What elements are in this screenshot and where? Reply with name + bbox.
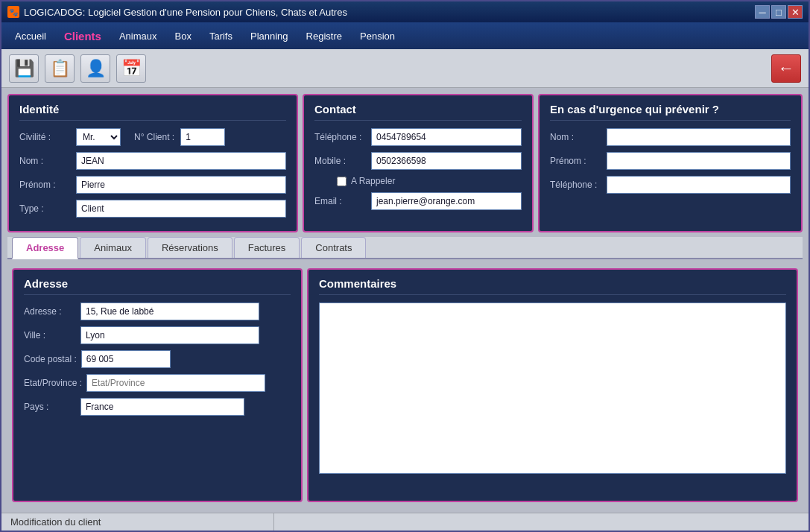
close-icon: ✕ xyxy=(791,7,800,18)
ville-label: Ville : xyxy=(24,330,76,341)
ville-input[interactable] xyxy=(80,326,259,344)
tab-adresse[interactable]: Adresse xyxy=(12,237,78,259)
contact-title: Contact xyxy=(314,103,522,121)
civilite-controls: Mr. Mme. Mlle. N° Client : xyxy=(76,128,225,146)
user-button[interactable]: 👤 xyxy=(80,54,110,83)
maximize-icon: □ xyxy=(776,7,782,18)
new-icon: 📋 xyxy=(50,59,70,78)
prenom-input[interactable] xyxy=(76,176,286,194)
adresse-label: Adresse : xyxy=(24,306,76,317)
identity-card: Identité Civilité : Mr. Mme. Mlle. N° Cl… xyxy=(7,94,298,232)
emergency-prenom-input[interactable] xyxy=(607,152,791,170)
tab-reservations[interactable]: Réservations xyxy=(148,237,232,258)
nom-row: Nom : xyxy=(19,152,286,170)
comments-card: Commentaires xyxy=(307,268,798,502)
calendar-icon: 📅 xyxy=(121,59,142,78)
nclient-label: N° Client : xyxy=(134,132,174,142)
comments-title: Commentaires xyxy=(319,277,786,295)
statusbar: Modification du client xyxy=(1,513,809,531)
emergency-title: En cas d'urgence qui prévenir ? xyxy=(550,103,791,121)
adresse-input[interactable] xyxy=(80,303,259,320)
menubar: Accueil Clients Animaux Box Tarifs Plann… xyxy=(1,22,809,49)
adresse-row: Adresse : xyxy=(24,303,291,320)
user-icon: 👤 xyxy=(86,59,106,78)
emergency-prenom-row: Prénom : xyxy=(550,152,791,170)
email-row: Email : xyxy=(314,192,522,210)
titlebar-left: 🐾 LOGICADOG: Logiciel Gestion d'une Pens… xyxy=(7,6,347,18)
mobile-input[interactable] xyxy=(371,152,522,170)
address-card: Adresse Adresse : Ville : Code postal : … xyxy=(12,268,303,502)
telephone-label: Téléphone : xyxy=(314,132,367,142)
menu-pension[interactable]: Pension xyxy=(352,28,402,45)
toolbar: 💾 📋 👤 📅 ← xyxy=(1,49,809,88)
telephone-input[interactable] xyxy=(371,128,522,146)
tab-content: Adresse Adresse : Ville : Code postal : … xyxy=(7,264,803,507)
app-icon: 🐾 xyxy=(7,6,19,18)
minimize-button[interactable]: ─ xyxy=(755,5,770,19)
window-title: LOGICADOG: Logiciel Gestion d'une Pensio… xyxy=(24,7,347,18)
menu-registre[interactable]: Registre xyxy=(299,28,349,45)
type-row: Type : xyxy=(19,200,286,218)
close-button[interactable]: ✕ xyxy=(788,5,803,19)
calendar-button[interactable]: 📅 xyxy=(116,54,146,83)
etatprovince-label: Etat/Province : xyxy=(24,378,82,388)
emergency-telephone-input[interactable] xyxy=(607,176,791,194)
codepostal-row: Code postal : xyxy=(24,350,291,368)
emergency-nom-input[interactable] xyxy=(607,128,791,146)
codepostal-input[interactable] xyxy=(81,350,171,368)
address-title: Adresse xyxy=(24,277,291,295)
status-text: Modification du client xyxy=(10,516,101,528)
civilite-label: Civilité : xyxy=(19,132,72,142)
pays-input[interactable] xyxy=(80,398,244,416)
email-label: Email : xyxy=(314,196,367,206)
arappeler-label: A Rappeler xyxy=(351,176,395,186)
arappeler-checkbox[interactable] xyxy=(337,177,347,186)
mobile-row: Mobile : xyxy=(314,152,522,170)
toolbar-left: 💾 📋 👤 📅 xyxy=(9,54,146,83)
menu-clients[interactable]: Clients xyxy=(57,27,109,45)
type-label: Type : xyxy=(19,203,72,214)
pays-row: Pays : xyxy=(24,398,291,416)
nom-label: Nom : xyxy=(19,156,72,166)
emergency-prenom-label: Prénom : xyxy=(550,156,602,166)
menu-tarifs[interactable]: Tarifs xyxy=(202,28,240,45)
etatprovince-input[interactable] xyxy=(86,374,265,392)
menu-animaux[interactable]: Animaux xyxy=(112,28,165,45)
new-button[interactable]: 📋 xyxy=(45,54,75,83)
identity-title: Identité xyxy=(19,103,286,121)
arappeler-row: A Rappeler xyxy=(337,176,522,186)
status-right xyxy=(276,513,803,531)
civilite-row: Civilité : Mr. Mme. Mlle. N° Client : xyxy=(19,128,286,146)
email-input[interactable] xyxy=(371,192,522,210)
main-window: 🐾 LOGICADOG: Logiciel Gestion d'une Pens… xyxy=(0,0,810,532)
menu-box[interactable]: Box xyxy=(168,28,199,45)
save-icon: 💾 xyxy=(14,59,34,78)
prenom-label: Prénom : xyxy=(19,180,72,190)
menu-accueil[interactable]: Accueil xyxy=(7,28,54,45)
titlebar: 🐾 LOGICADOG: Logiciel Gestion d'une Pens… xyxy=(1,1,809,22)
type-input[interactable] xyxy=(76,200,286,218)
tab-contrats[interactable]: Contrats xyxy=(301,237,366,258)
contact-card: Contact Téléphone : Mobile : A Rappeler … xyxy=(303,94,534,232)
tab-factures[interactable]: Factures xyxy=(234,237,300,258)
back-arrow-icon: ← xyxy=(778,59,794,78)
tab-animaux[interactable]: Animaux xyxy=(80,237,146,258)
emergency-telephone-row: Téléphone : xyxy=(550,176,791,194)
pays-label: Pays : xyxy=(24,402,76,412)
main-content: Identité Civilité : Mr. Mme. Mlle. N° Cl… xyxy=(1,88,809,513)
save-button[interactable]: 💾 xyxy=(9,54,39,83)
back-button[interactable]: ← xyxy=(771,54,801,83)
etatprovince-row: Etat/Province : xyxy=(24,374,291,392)
emergency-nom-label: Nom : xyxy=(550,132,602,142)
ville-row: Ville : xyxy=(24,326,291,344)
civilite-select[interactable]: Mr. Mme. Mlle. xyxy=(76,128,121,146)
nom-input[interactable] xyxy=(76,152,286,170)
nclient-input[interactable] xyxy=(180,128,225,146)
maximize-button[interactable]: □ xyxy=(771,5,786,19)
status-left: Modification du client xyxy=(7,513,274,531)
emergency-telephone-label: Téléphone : xyxy=(550,180,602,190)
titlebar-controls: ─ □ ✕ xyxy=(755,5,803,19)
comments-textarea[interactable] xyxy=(319,303,786,474)
tabs-bar: Adresse Animaux Réservations Factures Co… xyxy=(7,237,803,259)
menu-planning[interactable]: Planning xyxy=(243,28,296,45)
